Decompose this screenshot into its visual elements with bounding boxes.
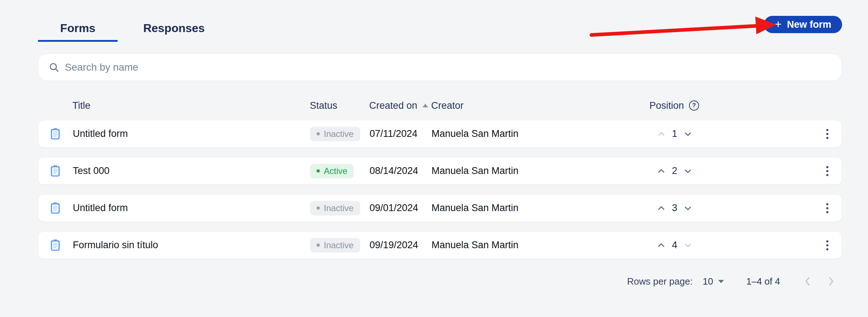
status-badge: Inactive xyxy=(310,201,360,215)
pagination-range: 1–4 of 4 xyxy=(746,276,780,287)
status-badge: Inactive xyxy=(310,238,360,253)
new-form-button-label: New form xyxy=(787,19,831,30)
position-number: 1 xyxy=(671,128,678,139)
created-on-date: 09/19/2024 xyxy=(370,240,431,251)
chevron-left-icon xyxy=(804,276,811,287)
caret-down-icon xyxy=(718,280,724,283)
row-menu-kebab-icon[interactable] xyxy=(823,163,831,179)
position-up-button[interactable] xyxy=(656,241,666,250)
status-badge: Active xyxy=(310,164,354,178)
chevron-down-icon xyxy=(683,167,693,175)
tab-forms[interactable]: Forms xyxy=(38,14,118,42)
position-number: 4 xyxy=(671,240,678,251)
creator-name: Manuela San Martin xyxy=(431,240,631,251)
position-up-button[interactable] xyxy=(656,130,666,138)
creator-name: Manuela San Martin xyxy=(431,165,631,177)
tab-responses-label: Responses xyxy=(143,22,205,35)
position-up-button[interactable] xyxy=(656,204,666,213)
previous-page-button[interactable] xyxy=(804,276,811,287)
tab-forms-label: Forms xyxy=(60,22,95,35)
form-clipboard-icon xyxy=(50,165,60,177)
chevron-up-icon xyxy=(656,167,666,175)
column-header-created-on[interactable]: Created on xyxy=(369,100,431,111)
sort-ascending-icon xyxy=(422,104,428,107)
status-dot-icon xyxy=(317,244,320,247)
position-down-button[interactable] xyxy=(683,204,693,213)
created-on-date: 07/11/2024 xyxy=(370,128,431,139)
table-row[interactable]: Untitled form Inactive 07/11/2024 Manuel… xyxy=(38,120,842,148)
creator-name: Manuela San Martin xyxy=(431,128,631,139)
status-dot-icon xyxy=(317,169,320,173)
creator-name: Manuela San Martin xyxy=(431,202,631,214)
form-clipboard-icon xyxy=(50,239,60,251)
row-menu-kebab-icon[interactable] xyxy=(823,200,831,216)
row-menu-kebab-icon[interactable] xyxy=(823,126,831,142)
created-on-date: 09/01/2024 xyxy=(370,202,431,214)
search-bar xyxy=(38,53,842,81)
column-header-title: Title xyxy=(72,100,310,111)
help-icon[interactable]: ? xyxy=(689,101,699,111)
status-badge: Inactive xyxy=(310,127,360,141)
form-title: Test 000 xyxy=(73,165,310,177)
forms-table: Untitled form Inactive 07/11/2024 Manuel… xyxy=(38,120,842,268)
next-page-button[interactable] xyxy=(828,276,835,287)
form-title: Untitled form xyxy=(73,128,310,139)
position-down-button[interactable] xyxy=(683,130,693,138)
table-row[interactable]: Formulario sin título Inactive 09/19/202… xyxy=(38,231,842,259)
table-row[interactable]: Test 000 Active 08/14/2024 Manuela San M… xyxy=(38,157,842,185)
new-form-button[interactable]: + New form xyxy=(764,16,842,33)
form-title: Untitled form xyxy=(73,202,310,214)
position-number: 3 xyxy=(671,202,678,214)
active-tab-underline xyxy=(38,40,118,42)
tab-responses[interactable]: Responses xyxy=(134,14,214,42)
rows-per-page-value: 10 xyxy=(703,276,713,287)
table-row[interactable]: Untitled form Inactive 09/01/2024 Manuel… xyxy=(38,194,842,222)
row-menu-kebab-icon[interactable] xyxy=(823,237,831,253)
position-down-button[interactable] xyxy=(683,241,693,250)
tab-bar: Forms Responses xyxy=(38,14,214,42)
form-clipboard-icon xyxy=(50,202,60,214)
column-header-status: Status xyxy=(310,100,369,111)
column-header-position: Position ? xyxy=(631,100,717,111)
created-on-date: 08/14/2024 xyxy=(370,165,431,177)
position-number: 2 xyxy=(671,165,678,177)
chevron-up-icon xyxy=(656,241,666,250)
plus-icon: + xyxy=(775,18,782,30)
search-input[interactable] xyxy=(65,62,833,73)
rows-per-page-label: Rows per page: xyxy=(627,276,693,287)
chevron-up-icon xyxy=(656,130,666,138)
form-title: Formulario sin título xyxy=(73,240,310,251)
column-header-creator: Creator xyxy=(431,100,631,111)
chevron-down-icon xyxy=(683,130,693,138)
pagination-bar: Rows per page: 10 1–4 of 4 xyxy=(38,272,842,290)
position-down-button[interactable] xyxy=(683,167,693,175)
position-up-button[interactable] xyxy=(656,167,666,175)
search-icon xyxy=(48,62,60,73)
chevron-right-icon xyxy=(828,276,835,287)
status-dot-icon xyxy=(317,132,320,135)
rows-per-page-select[interactable]: 10 xyxy=(703,276,724,287)
form-clipboard-icon xyxy=(50,128,60,140)
chevron-down-icon xyxy=(683,241,693,250)
status-dot-icon xyxy=(317,206,320,210)
table-header-row: Title Status Created on Creator Position… xyxy=(38,97,842,115)
chevron-up-icon xyxy=(656,204,666,213)
chevron-down-icon xyxy=(683,204,693,213)
